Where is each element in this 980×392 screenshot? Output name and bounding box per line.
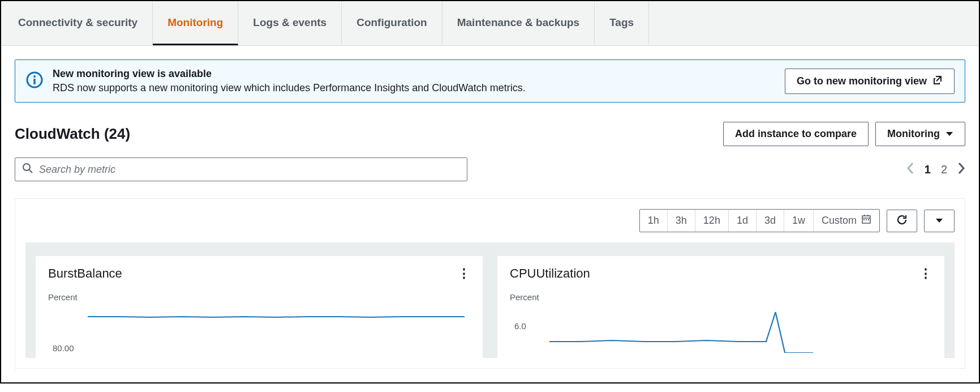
banner-title: New monitoring view is available bbox=[53, 68, 785, 80]
range-1h[interactable]: 1h bbox=[640, 210, 668, 232]
chart-title: CPUUtilization bbox=[510, 266, 590, 281]
calendar-icon bbox=[861, 214, 871, 227]
monitoring-dropdown-button[interactable]: Monitoring bbox=[875, 122, 965, 146]
svg-rect-1 bbox=[33, 79, 35, 84]
kebab-icon: ⋮ bbox=[919, 266, 932, 280]
banner-description: RDS now supports a new monitoring view w… bbox=[53, 82, 785, 94]
range-3h[interactable]: 3h bbox=[668, 210, 695, 232]
refresh-button[interactable] bbox=[887, 210, 917, 232]
pagination: 1 2 bbox=[906, 162, 965, 177]
svg-rect-9 bbox=[863, 219, 865, 220]
add-instance-compare-button[interactable]: Add instance to compare bbox=[723, 122, 869, 146]
search-box[interactable] bbox=[15, 157, 467, 181]
svg-point-3 bbox=[23, 164, 30, 171]
page-1[interactable]: 1 bbox=[925, 163, 931, 176]
chart-line bbox=[88, 308, 465, 353]
tabs-bar: Connectivity & security Monitoring Logs … bbox=[1, 1, 979, 46]
page-next-icon[interactable] bbox=[957, 162, 965, 177]
range-12h[interactable]: 12h bbox=[695, 210, 729, 232]
section-title: CloudWatch (24) bbox=[15, 125, 130, 143]
external-link-icon bbox=[932, 75, 943, 88]
info-icon bbox=[25, 71, 44, 91]
tab-configuration[interactable]: Configuration bbox=[342, 1, 442, 45]
caret-down-icon bbox=[945, 128, 953, 140]
range-1d[interactable]: 1d bbox=[729, 210, 757, 232]
page-prev-icon[interactable] bbox=[906, 162, 914, 177]
add-instance-compare-label: Add instance to compare bbox=[735, 128, 857, 140]
chart-title: BurstBalance bbox=[48, 266, 122, 281]
tab-logs-events[interactable]: Logs & events bbox=[238, 1, 342, 45]
chart-y-tick: 80.00 bbox=[53, 343, 74, 353]
time-range-group: 1h 3h 12h 1d 3d 1w Custom bbox=[639, 209, 880, 232]
svg-point-2 bbox=[33, 75, 36, 78]
page-2[interactable]: 2 bbox=[941, 163, 947, 176]
range-1w[interactable]: 1w bbox=[784, 210, 814, 232]
monitoring-dropdown-label: Monitoring bbox=[887, 128, 940, 140]
svg-rect-10 bbox=[866, 219, 867, 220]
tab-monitoring[interactable]: Monitoring bbox=[153, 1, 238, 45]
chart-y-label: Percent bbox=[48, 292, 470, 302]
info-banner: New monitoring view is available RDS now… bbox=[15, 59, 965, 103]
tab-tags[interactable]: Tags bbox=[595, 1, 649, 45]
chart-y-tick: 6.0 bbox=[514, 321, 526, 331]
go-to-new-monitoring-button[interactable]: Go to new monitoring view bbox=[785, 69, 955, 94]
svg-rect-11 bbox=[868, 219, 869, 220]
search-icon bbox=[22, 163, 33, 176]
chart-y-label: Percent bbox=[510, 292, 932, 302]
tab-maintenance-backups[interactable]: Maintenance & backups bbox=[442, 1, 595, 45]
chart-settings-button[interactable] bbox=[924, 210, 955, 232]
range-custom-label: Custom bbox=[822, 215, 857, 227]
tab-connectivity-security[interactable]: Connectivity & security bbox=[3, 1, 153, 45]
chart-menu-button[interactable]: ⋮ bbox=[458, 266, 470, 281]
banner-button-label: Go to new monitoring view bbox=[797, 75, 927, 87]
chart-panel: 1h 3h 12h 1d 3d 1w Custom bbox=[15, 198, 965, 369]
range-3d[interactable]: 3d bbox=[757, 210, 784, 232]
chart-card-cpuutilization: CPUUtilization ⋮ Percent 6.0 bbox=[497, 256, 944, 358]
chart-menu-button[interactable]: ⋮ bbox=[919, 266, 932, 281]
kebab-icon: ⋮ bbox=[458, 266, 470, 280]
chart-card-burstbalance: BurstBalance ⋮ Percent 80.00 bbox=[36, 256, 483, 358]
range-custom[interactable]: Custom bbox=[814, 210, 879, 232]
search-input[interactable] bbox=[39, 164, 460, 176]
svg-line-4 bbox=[29, 170, 32, 173]
refresh-icon bbox=[896, 214, 908, 228]
caret-down-icon bbox=[935, 216, 943, 226]
chart-line bbox=[549, 308, 926, 353]
